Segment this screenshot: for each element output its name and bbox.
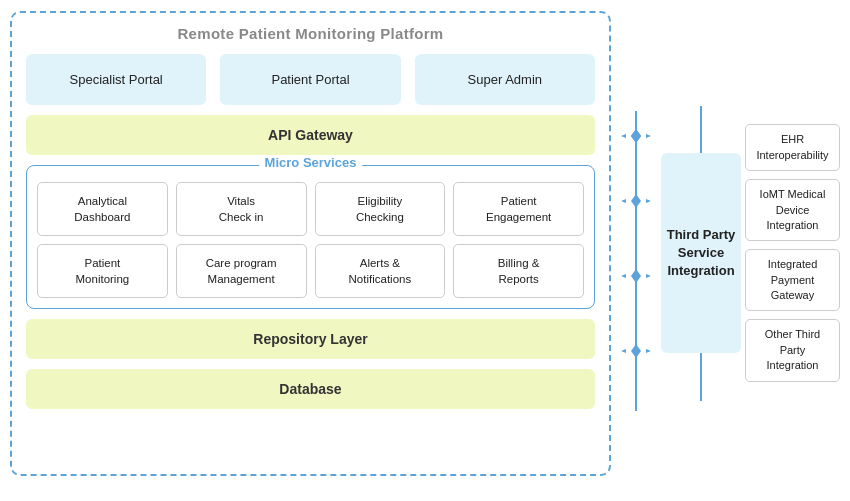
service-analytical-dashboard: AnalyticalDashboard <box>37 182 168 236</box>
right-column: Third PartyServiceIntegration EHRInterop… <box>661 11 840 476</box>
svg-marker-3 <box>621 134 626 138</box>
service-care-program: Care programManagement <box>176 244 307 298</box>
patient-portal: Patient Portal <box>220 54 400 105</box>
service-vitals-checkin: VitalsCheck in <box>176 182 307 236</box>
svg-marker-6 <box>621 199 626 203</box>
micro-services-title: Micro Services <box>259 155 363 170</box>
svg-marker-9 <box>621 274 626 278</box>
svg-marker-13 <box>646 349 651 353</box>
service-billing-reports: Billing &Reports <box>453 244 584 298</box>
svg-marker-8 <box>631 269 641 283</box>
service-alerts-notifications: Alerts &Notifications <box>315 244 446 298</box>
integration-other: Other ThirdPartyIntegration <box>745 319 840 381</box>
svg-marker-10 <box>646 274 651 278</box>
diagram-container: Remote Patient Monitoring Platform Speci… <box>10 11 840 491</box>
integration-payment: IntegratedPaymentGateway <box>745 249 840 311</box>
service-patient-engagement: PatientEngagement <box>453 182 584 236</box>
specialist-portal: Specialist Portal <box>26 54 206 105</box>
service-eligibility-checking: EligibilityChecking <box>315 182 446 236</box>
third-party-service-box: Third PartyServiceIntegration <box>661 153 741 353</box>
svg-marker-12 <box>621 349 626 353</box>
database-box: Database <box>26 369 595 409</box>
platform-title: Remote Patient Monitoring Platform <box>26 25 595 42</box>
repository-layer: Repository Layer <box>26 319 595 359</box>
svg-marker-11 <box>631 344 641 358</box>
platform-box: Remote Patient Monitoring Platform Speci… <box>10 11 611 476</box>
svg-marker-5 <box>631 194 641 208</box>
connector-svg <box>621 21 651 486</box>
portals-row: Specialist Portal Patient Portal Super A… <box>26 54 595 105</box>
api-gateway: API Gateway <box>26 115 595 155</box>
svg-marker-7 <box>646 199 651 203</box>
svg-marker-2 <box>631 129 641 143</box>
services-grid: AnalyticalDashboard VitalsCheck in Eligi… <box>37 182 584 298</box>
third-party-label: Third PartyServiceIntegration <box>667 226 736 281</box>
integration-ehr: EHRInteroperability <box>745 124 840 171</box>
integration-items: EHRInteroperability IoMT MedicalDeviceIn… <box>745 143 840 363</box>
svg-marker-4 <box>646 134 651 138</box>
service-patient-monitoring: PatientMonitoring <box>37 244 168 298</box>
micro-services-box: Micro Services AnalyticalDashboard Vital… <box>26 165 595 309</box>
integration-iomt: IoMT MedicalDeviceIntegration <box>745 179 840 241</box>
super-admin: Super Admin <box>415 54 595 105</box>
